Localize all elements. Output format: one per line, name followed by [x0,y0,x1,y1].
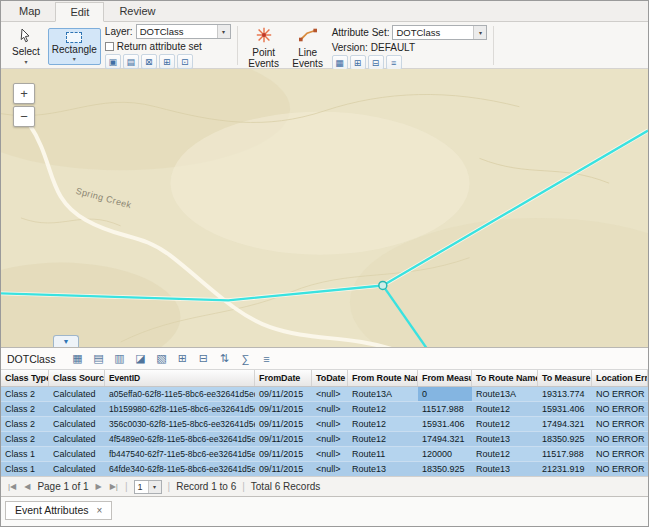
sort-records-icon[interactable]: ⇅ [215,350,233,368]
map-view[interactable]: Spring Creek + − ▼ [1,69,648,347]
table-cell[interactable]: NO ERROR [592,432,648,446]
table-cell[interactable]: 11517.988 [418,402,472,416]
table-cell[interactable]: NO ERROR [592,402,648,416]
table-cell[interactable]: 15931.406 [538,402,592,416]
table-cell[interactable]: <null> [312,432,348,446]
table-cell[interactable]: 19313.774 [538,387,592,401]
table-cell[interactable]: 18350.925 [418,462,472,476]
table-row[interactable]: Class 2Calculated4f5489e0-62f8-11e5-8bc6… [1,432,648,447]
column-header[interactable]: ToDate [312,370,348,386]
table-cell[interactable]: Class 2 [1,402,49,416]
column-header[interactable]: To Route Name [472,370,538,386]
column-settings-icon[interactable]: ≡ [257,350,275,368]
attribute-set-select[interactable]: DOTClass ▾ [392,25,487,40]
table-cell[interactable]: NO ERROR [592,417,648,431]
event-options-icon[interactable]: ≡ [386,55,402,70]
save-edits-icon[interactable]: ▦ [332,55,348,70]
previous-page-icon[interactable]: ◀ [23,482,31,491]
table-cell[interactable]: 356c0030-62f8-11e5-8bc6-ee32641d5ec9 [105,417,255,431]
table-cell[interactable]: 64fde340-62f8-11e5-8bc6-ee32641d5ec9 [105,462,255,476]
table-cell[interactable]: 17494.321 [538,417,592,431]
table-cell[interactable]: 15931.406 [418,417,472,431]
table-cell[interactable]: Route13 [472,462,538,476]
show-selected-records-icon[interactable]: ▥ [110,350,128,368]
table-cell[interactable]: Calculated [49,447,105,461]
table-cell[interactable]: <null> [312,387,348,401]
return-attribute-set-checkbox[interactable]: Return attribute set [105,41,231,52]
table-cell[interactable]: Calculated [49,462,105,476]
close-icon[interactable]: × [97,505,103,516]
clear-selection-icon[interactable]: ⊠ [141,54,157,69]
table-cell[interactable]: Calculated [49,387,105,401]
add-event-icon[interactable]: ⊞ [350,55,366,70]
zoom-in-button[interactable]: + [13,83,35,104]
show-all-records-icon[interactable]: ▤ [89,350,107,368]
table-cell[interactable]: Class 1 [1,447,49,461]
delete-record-icon[interactable]: ⊟ [194,350,212,368]
table-cell[interactable]: 09/11/2015 [255,447,312,461]
column-header[interactable]: To Measure [538,370,592,386]
table-cell[interactable]: Route13 [348,462,418,476]
table-cell[interactable]: Route12 [472,402,538,416]
next-page-icon[interactable]: ▶ [95,482,103,491]
table-row[interactable]: Class 2Calculated356c0030-62f8-11e5-8bc6… [1,417,648,432]
select-tool-button[interactable]: Select ▾ [8,26,44,68]
table-cell[interactable]: <null> [312,462,348,476]
table-row[interactable]: Class 1Calculatedfb447540-62f7-11e5-8bc6… [1,447,648,462]
column-header[interactable]: EventID [105,370,255,386]
table-cell[interactable]: NO ERROR [592,462,648,476]
zoom-out-button[interactable]: − [13,106,35,127]
table-cell[interactable]: <null> [312,447,348,461]
tab-event-attributes[interactable]: Event Attributes × [5,501,112,520]
table-cell[interactable]: 09/11/2015 [255,402,312,416]
add-record-icon[interactable]: ⊞ [173,350,191,368]
table-cell[interactable]: 120000 [418,447,472,461]
tab-edit[interactable]: Edit [55,2,104,22]
table-cell[interactable]: 17494.321 [418,432,472,446]
column-header[interactable]: Class Source [49,370,105,386]
table-cell[interactable]: 0 [418,387,472,401]
table-cell[interactable]: <null> [312,402,348,416]
table-cell[interactable]: NO ERROR [592,387,648,401]
select-by-rectangle-icon[interactable]: ▣ [105,54,121,69]
zoom-to-record-icon[interactable]: ◪ [131,350,149,368]
table-cell[interactable]: Class 2 [1,387,49,401]
first-page-icon[interactable]: |◀ [7,482,17,491]
table-cell[interactable]: Calculated [49,432,105,446]
table-cell[interactable]: Route12 [472,447,538,461]
rectangle-select-button[interactable]: Rectangle ▾ [48,28,101,65]
table-cell[interactable]: Class 2 [1,417,49,431]
table-cell[interactable]: Calculated [49,417,105,431]
table-cell[interactable]: 09/11/2015 [255,387,312,401]
table-row[interactable]: Class 2Calculateda05effa0-62f8-11e5-8bc6… [1,387,648,402]
table-cell[interactable]: 4f5489e0-62f8-11e5-8bc6-ee32641d5ec9 [105,432,255,446]
table-row[interactable]: Class 1Calculated64fde340-62f8-11e5-8bc6… [1,462,648,476]
table-cell[interactable]: 1b159980-62f8-11e5-8bc6-ee32641d5ec9 [105,402,255,416]
statistics-icon[interactable]: ∑ [236,350,254,368]
remove-event-icon[interactable]: ⊟ [368,55,384,70]
table-cell[interactable]: Route12 [348,432,418,446]
table-cell[interactable]: Route12 [348,417,418,431]
column-header[interactable]: Class Type [1,370,49,386]
route-junction-marker[interactable] [379,281,387,289]
table-row[interactable]: Class 2Calculated1b159980-62f8-11e5-8bc6… [1,402,648,417]
table-cell[interactable]: 11517.988 [538,447,592,461]
column-header[interactable]: Location Error [592,370,648,386]
page-number-select[interactable]: 1 ▾ [134,480,162,494]
last-page-icon[interactable]: ▶| [109,482,119,491]
table-cell[interactable]: 21231.919 [538,462,592,476]
line-events-button[interactable]: Line Events [288,24,328,72]
table-cell[interactable]: Route13A [472,387,538,401]
table-cell[interactable]: 09/11/2015 [255,462,312,476]
table-cell[interactable]: Route12 [472,417,538,431]
table-options-icon[interactable]: ▦ [68,350,86,368]
point-events-button[interactable]: Point Events [244,24,284,72]
column-header[interactable]: From Measure [418,370,472,386]
table-cell[interactable]: fb447540-62f7-11e5-8bc6-ee32641d5ec9 [105,447,255,461]
table-cell[interactable]: 09/11/2015 [255,432,312,446]
tab-map[interactable]: Map [4,1,55,21]
save-record-icon[interactable]: ▧ [152,350,170,368]
table-cell[interactable]: Route12 [348,402,418,416]
select-by-polygon-icon[interactable]: ▤ [123,54,139,69]
table-cell[interactable]: <null> [312,417,348,431]
